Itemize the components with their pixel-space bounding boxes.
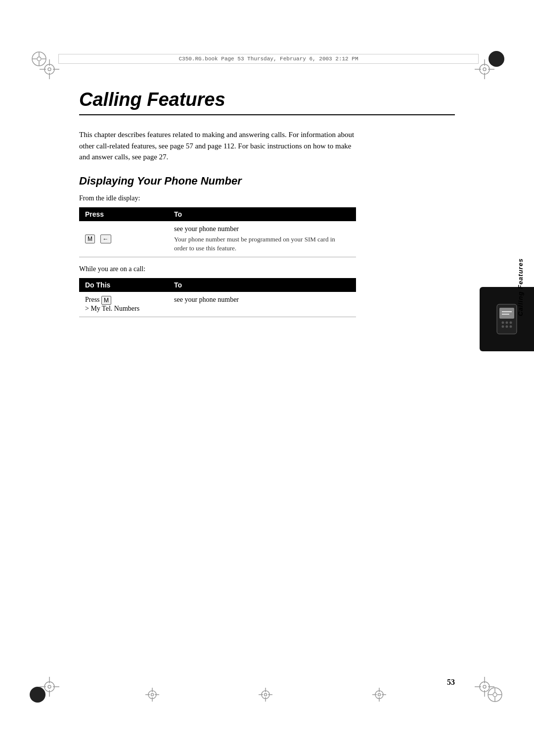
bottom-left-cross	[145, 688, 159, 702]
bottom-center-cross	[259, 688, 272, 702]
table-row: M ← see your phone number Your phone num…	[79, 221, 356, 257]
intro-paragraph: This chapter describes features related …	[79, 129, 356, 163]
svg-point-34	[265, 694, 267, 696]
do-this-table: Do This To Press M > My Tel. Numbers see…	[79, 278, 356, 317]
header-marks: C350.RG.book Page 53 Thursday, February …	[30, 49, 504, 68]
back-button-icon: ←	[100, 235, 111, 243]
side-label-text: Calling Features	[517, 237, 524, 336]
header-file-info: C350.RG.book Page 53 Thursday, February …	[58, 54, 479, 64]
svg-point-19	[502, 322, 504, 324]
table2-to-cell: see your phone number	[168, 292, 356, 317]
table2-menu-path: > My Tel. Numbers	[85, 305, 162, 313]
svg-point-13	[483, 68, 486, 71]
table1-note-text: Your phone number must be programmed on …	[174, 235, 350, 253]
table2-header-to: To	[168, 278, 356, 292]
page: C350.RG.book Page 53 Thursday, February …	[0, 0, 534, 756]
table1-header-press: Press	[79, 207, 168, 221]
svg-point-21	[510, 322, 512, 324]
corner-br-mark	[475, 677, 494, 697]
corner-bl-mark	[40, 677, 59, 697]
table1-to-text: see your phone number	[174, 225, 350, 233]
bottom-right-cross	[372, 688, 386, 702]
table2-to-text: see your phone number	[174, 296, 350, 304]
table1-press-cell: M ←	[79, 221, 168, 257]
svg-point-52	[48, 685, 51, 688]
table2-header-dothis: Do This	[79, 278, 168, 292]
svg-point-7	[48, 68, 51, 71]
svg-point-40	[378, 694, 380, 696]
svg-point-23	[506, 326, 508, 328]
idle-display-label: From the idle display:	[79, 194, 455, 202]
phone-image-box	[480, 287, 534, 351]
svg-point-22	[502, 326, 504, 328]
table1-to-cell: see your phone number Your phone number …	[168, 221, 356, 257]
corner-tl-mark	[40, 59, 59, 79]
menu-button-icon2: M	[101, 296, 111, 305]
svg-point-58	[483, 685, 486, 688]
press-to-table: Press To M ← see your phone number Your …	[79, 207, 356, 257]
main-content: Calling Features This chapter describes …	[79, 89, 455, 657]
menu-button-icon: M	[85, 235, 95, 243]
svg-point-20	[506, 322, 508, 324]
table-row: Press M > My Tel. Numbers see your phone…	[79, 292, 356, 317]
table1-header-to: To	[168, 207, 356, 221]
svg-point-28	[151, 694, 153, 696]
bottom-marks	[30, 685, 504, 704]
svg-point-24	[510, 326, 512, 328]
call-label: While you are on a call:	[79, 265, 455, 273]
svg-rect-18	[499, 308, 514, 319]
table2-press-line: Press M	[85, 296, 162, 305]
table2-dothis-cell: Press M > My Tel. Numbers	[79, 292, 168, 317]
corner-tr-mark	[475, 59, 494, 79]
chapter-title: Calling Features	[79, 89, 455, 115]
section-title: Displaying Your Phone Number	[79, 175, 455, 188]
